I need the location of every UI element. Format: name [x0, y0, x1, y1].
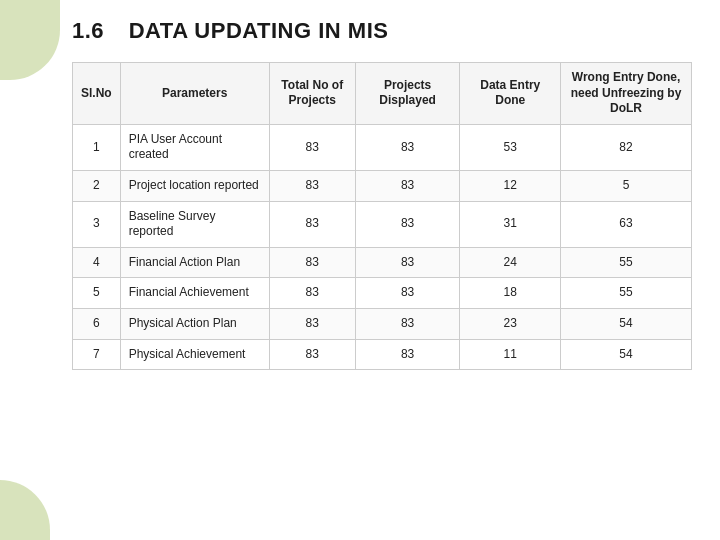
page-title: 1.6 DATA UPDATING IN MIS [72, 18, 692, 44]
cell-wrong-entry: 82 [561, 124, 692, 170]
header-total-projects: Total No of Projects [269, 63, 355, 125]
cell-total: 83 [269, 278, 355, 309]
cell-total: 83 [269, 124, 355, 170]
table-row: 2Project location reported8383125 [73, 170, 692, 201]
header-wrong-entry: Wrong Entry Done, need Unfreezing by DoL… [561, 63, 692, 125]
cell-data-entry: 18 [460, 278, 561, 309]
data-table: Sl.No Parameters Total No of Projects Pr… [72, 62, 692, 370]
table-row: 4Financial Action Plan83832455 [73, 247, 692, 278]
header-sl-no: Sl.No [73, 63, 121, 125]
cell-displayed: 83 [355, 339, 460, 370]
cell-parameter: Project location reported [120, 170, 269, 201]
cell-total: 83 [269, 170, 355, 201]
cell-wrong-entry: 5 [561, 170, 692, 201]
header-projects-displayed: Projects Displayed [355, 63, 460, 125]
cell-displayed: 83 [355, 278, 460, 309]
cell-sl: 3 [73, 201, 121, 247]
decorative-corner-bottom [0, 480, 50, 540]
cell-displayed: 83 [355, 247, 460, 278]
cell-parameter: Physical Achievement [120, 339, 269, 370]
cell-displayed: 83 [355, 170, 460, 201]
cell-parameter: Financial Achievement [120, 278, 269, 309]
cell-parameter: PIA User Account created [120, 124, 269, 170]
header-data-entry: Data Entry Done [460, 63, 561, 125]
table-row: 6Physical Action Plan83832354 [73, 308, 692, 339]
header-parameters: Parameters [120, 63, 269, 125]
cell-parameter: Physical Action Plan [120, 308, 269, 339]
cell-displayed: 83 [355, 201, 460, 247]
table-row: 7Physical Achievement83831154 [73, 339, 692, 370]
cell-wrong-entry: 54 [561, 339, 692, 370]
cell-data-entry: 31 [460, 201, 561, 247]
cell-parameter: Financial Action Plan [120, 247, 269, 278]
cell-total: 83 [269, 308, 355, 339]
cell-data-entry: 23 [460, 308, 561, 339]
cell-sl: 1 [73, 124, 121, 170]
table-row: 1PIA User Account created83835382 [73, 124, 692, 170]
cell-data-entry: 24 [460, 247, 561, 278]
table-row: 5Financial Achievement83831855 [73, 278, 692, 309]
cell-wrong-entry: 55 [561, 247, 692, 278]
cell-sl: 4 [73, 247, 121, 278]
cell-parameter: Baseline Survey reported [120, 201, 269, 247]
cell-total: 83 [269, 339, 355, 370]
cell-data-entry: 53 [460, 124, 561, 170]
cell-data-entry: 12 [460, 170, 561, 201]
cell-data-entry: 11 [460, 339, 561, 370]
cell-wrong-entry: 54 [561, 308, 692, 339]
cell-displayed: 83 [355, 308, 460, 339]
cell-sl: 5 [73, 278, 121, 309]
cell-sl: 7 [73, 339, 121, 370]
cell-sl: 2 [73, 170, 121, 201]
cell-total: 83 [269, 247, 355, 278]
cell-wrong-entry: 55 [561, 278, 692, 309]
cell-wrong-entry: 63 [561, 201, 692, 247]
cell-sl: 6 [73, 308, 121, 339]
cell-total: 83 [269, 201, 355, 247]
table-row: 3Baseline Survey reported83833163 [73, 201, 692, 247]
cell-displayed: 83 [355, 124, 460, 170]
